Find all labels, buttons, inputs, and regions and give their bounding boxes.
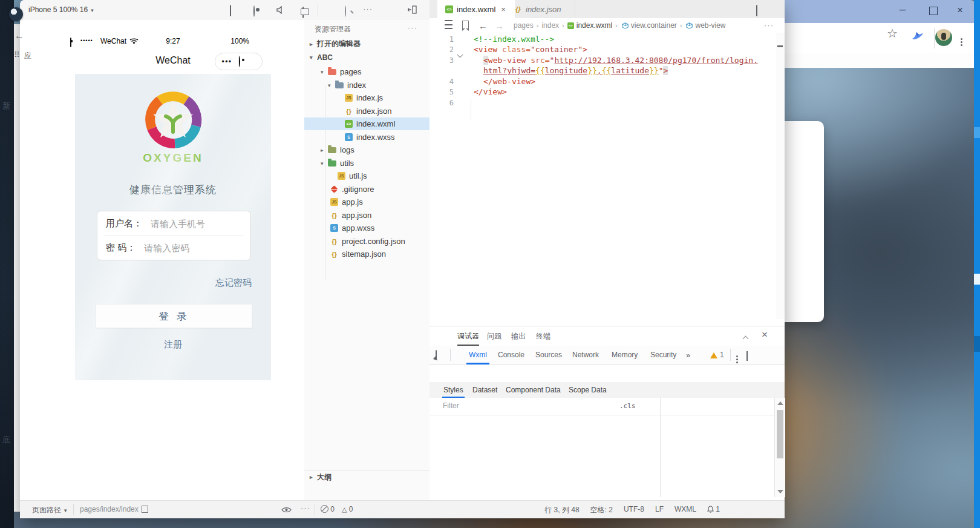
nav-forward-icon[interactable]: → (495, 21, 504, 31)
scroll-down-arrow[interactable] (777, 490, 783, 493)
devtools-menu-icon[interactable] (736, 351, 738, 359)
inspector-tab-scope-data[interactable]: Scope Data (569, 386, 607, 394)
browser-minimize-button[interactable]: – (900, 4, 906, 15)
devtools-tab-console[interactable]: Console (498, 351, 524, 359)
indent-setting[interactable]: 空格: 2 (590, 505, 613, 515)
tab-index-json[interactable]: {} index.json (507, 0, 575, 18)
toolbar-more-icon[interactable]: ··· (363, 4, 373, 13)
mute-speaker-icon[interactable] (276, 6, 286, 14)
editor-tabstrip: <> index.wxml × {} index.json (430, 0, 785, 19)
devtools-tab-network[interactable]: Network (572, 351, 599, 359)
username-input[interactable] (149, 218, 243, 229)
multi-window-button[interactable] (302, 7, 304, 18)
browser-profile-avatar[interactable] (935, 29, 952, 46)
forgot-password-link[interactable]: 忘记密码 (215, 277, 252, 289)
statusbar-more-icon[interactable]: ··· (301, 503, 310, 512)
encoding-setting[interactable]: UTF-8 (624, 505, 644, 515)
tab-output[interactable]: 输出 (511, 331, 526, 342)
statusbar-divider (73, 504, 74, 515)
page-path-value[interactable]: pages/index/index (80, 505, 148, 513)
undock-icon[interactable] (746, 352, 748, 360)
copy-path-icon[interactable] (142, 506, 148, 513)
browser-menu-icon[interactable] (961, 31, 962, 42)
eol-setting[interactable]: LF (655, 505, 664, 515)
register-link[interactable]: 注册 (75, 339, 271, 351)
component-cube-icon (622, 22, 629, 29)
tab-index-wxml[interactable]: <> index.wxml × (437, 0, 515, 18)
outline-section[interactable]: ▸大纲 (304, 470, 435, 484)
breadcrumb-more-icon[interactable]: ··· (764, 21, 774, 30)
breadcrumb-pages[interactable]: pages (514, 21, 534, 30)
collapse-panel-chevron-icon[interactable] (743, 334, 748, 343)
styles-pane-divider[interactable] (660, 398, 661, 497)
bird-extension-icon[interactable] (911, 29, 924, 41)
screen: 新 底 – × ☆ iPhone 5 100% 16 ▼ (0, 0, 980, 528)
username-label: 用户名： (106, 218, 142, 229)
devtools-tab-security[interactable]: Security (650, 351, 676, 359)
tree-item-utils[interactable]: ▾utils (304, 157, 446, 170)
phone-simulator: ••••• WeChat 9:27 100% WeChat ••• (20, 20, 305, 500)
scroll-up-arrow[interactable] (777, 401, 783, 405)
inspector-tab-dataset[interactable]: Dataset (472, 386, 497, 394)
code-editor[interactable]: 1 2 3 4 5 6 <!--index.wxml--> <view clas… (430, 33, 776, 319)
devtools-tab-memory[interactable]: Memory (612, 351, 638, 359)
cursor-position[interactable]: 行 3, 列 48 (544, 505, 579, 515)
browser-close-button[interactable]: × (957, 5, 963, 16)
styles-scrollbar[interactable] (774, 398, 785, 497)
inspector-tab-component-data[interactable]: Component Data (506, 386, 561, 394)
capsule-close-button[interactable] (239, 56, 262, 67)
tab-terminal[interactable]: 终端 (536, 331, 550, 342)
open-editors-section[interactable]: ▸打开的编辑器 (304, 38, 435, 50)
editor-scrollbar[interactable] (776, 33, 785, 319)
breadcrumb-index[interactable]: index (541, 21, 559, 30)
breadcrumb-file[interactable]: index.wxml (577, 21, 612, 30)
tree-item-pages[interactable]: ▾pages (304, 65, 446, 78)
record-button[interactable] (253, 6, 255, 17)
warning-icon[interactable] (710, 351, 717, 360)
project-root[interactable]: ▾ABC (304, 51, 435, 64)
nav-back-icon[interactable]: ← (479, 21, 488, 31)
error-counter[interactable]: 0 (321, 505, 335, 513)
password-input[interactable] (143, 242, 236, 254)
preview-eye-icon[interactable] (281, 506, 292, 513)
tree-item-logs[interactable]: ▸logs (304, 144, 446, 156)
tab-close-icon[interactable]: × (501, 5, 506, 14)
split-editor-icon[interactable] (756, 5, 757, 16)
cls-button[interactable]: .cls (619, 402, 636, 410)
device-selector[interactable]: iPhone 5 100% 16 ▼ (28, 5, 94, 14)
inspector-tab-styles[interactable]: Styles (443, 386, 463, 394)
inspect-element-icon[interactable] (436, 351, 437, 359)
devtools-tab-wxml[interactable]: Wxml (469, 351, 487, 359)
fold-chevron-icon[interactable] (458, 48, 462, 59)
rotate-device-button[interactable] (230, 5, 231, 16)
breadcrumb-list-icon[interactable] (445, 20, 452, 31)
explorer-more-icon[interactable]: ··· (408, 23, 417, 32)
line-number: 1 (430, 35, 454, 44)
bookmark-icon[interactable] (462, 21, 469, 30)
search-icon[interactable] (345, 6, 346, 17)
wallpaper-glyph: 新 (2, 101, 10, 111)
close-panel-icon[interactable]: × (762, 329, 768, 341)
breadcrumb-view-container[interactable]: view.container (631, 21, 677, 30)
wxss-file-icon: S (330, 224, 338, 232)
tab-problems[interactable]: 问题 (487, 331, 501, 342)
login-button[interactable]: 登 录 (96, 304, 252, 328)
devtools-tab-sources[interactable]: Sources (535, 351, 562, 359)
notifications-bell[interactable]: 1 (707, 505, 720, 515)
devtools-more-tabs[interactable]: » (686, 351, 690, 360)
background-back-arrow-icon: ← (15, 30, 24, 41)
language-mode[interactable]: WXML (675, 505, 696, 515)
warning-counter[interactable]: △ 0 (342, 505, 353, 513)
scrollbar-thumb[interactable] (777, 410, 783, 458)
breadcrumb-web-view[interactable]: web-view (695, 21, 725, 30)
browser-maximize-button[interactable] (929, 7, 938, 15)
page-path-selector[interactable]: 页面路径 ▼ (32, 505, 68, 515)
js-file-icon: JS (330, 198, 338, 206)
capsule-more-button[interactable]: ••• (215, 58, 238, 66)
collapse-panel-icon[interactable] (408, 5, 417, 14)
line-number: 6 (430, 99, 454, 107)
styles-filter-input[interactable] (442, 401, 607, 411)
tab-debugger[interactable]: 调试器 (457, 331, 479, 342)
bookmark-star-icon[interactable]: ☆ (887, 26, 898, 41)
js-file-icon: JS (345, 94, 353, 102)
